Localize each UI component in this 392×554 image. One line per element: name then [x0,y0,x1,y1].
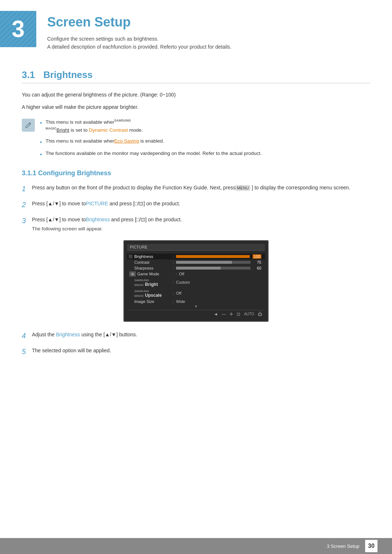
monitor-inner: PICTURE ⬛ Brightness : 100 Contrast : [123,240,269,322]
note-line-2: • This menu is not available wherEco Sav… [40,137,370,147]
note-icon-inner [22,119,35,132]
footer-section-text: 3 Screen Setup [327,543,359,549]
steps-list: 1 Press any button on the front of the p… [22,184,370,233]
bullet-3: • [40,150,42,159]
note-line-3: • The functions available on the monitor… [40,149,370,159]
monitor-footer: ◄ — ✛ ⊡ AUTO ⏻ [127,310,265,318]
step-3-subtext: The following screen will appear. [32,225,370,233]
step-number-4: 4 [22,330,32,341]
step-number-3: 3 [22,215,32,226]
step-1: 1 Press any button on the front of the p… [22,184,370,194]
menu-label-image-size: Image Size [134,299,171,304]
bright-link: Bright [57,127,69,133]
menu-label-magic-bright: SAMSUNGMAGIC Bright [134,278,171,287]
menu-label-sharpness: Sharpness [134,266,171,270]
menu-label-magic-upscale: SAMSUNGMAGIC Upscale [134,288,171,298]
magic-bright-value: Custom [176,280,190,284]
menu-row-magic-upscale: SAMSUNGMAGIC Upscale : Off [127,288,265,299]
menu-row-game-mode: ▦ Game Mode : Off [127,271,265,277]
menu-row-more: ▼ [127,304,265,308]
chapter-block: 3 [0,11,36,47]
header-text: Screen Setup Configure the screen settin… [36,11,231,51]
subsection-number: 3.1.1 [22,169,38,177]
menu-row-sharpness: Sharpness : 60 [127,265,265,271]
dynamic-contrast-link: Dynamic Contrast [89,127,128,133]
footer-icon-auto: AUTO [244,312,254,316]
footer-page-number: 30 [365,540,377,552]
sharpness-value: 60 [253,266,261,270]
page-header: 3 Screen Setup Configure the screen sett… [0,0,392,58]
step-text-2: Press [▲/▼] to move toPICTURE and press … [32,200,370,208]
footer-icon-plus: ✛ [229,312,233,317]
brightness-bar [176,255,250,258]
note-text-1: This menu is not available wherSAMSUNGMA… [46,118,143,134]
step-2: 2 Press [▲/▼] to move toPICTURE and pres… [22,200,370,210]
menu-label-brightness: Brightness [134,254,171,259]
menu-label-game-mode: Game Mode [137,272,173,276]
note-text-3: The functions available on the monitor m… [46,149,262,157]
header-desc1: Configure the screen settings such as br… [47,35,231,43]
sharpness-bar [176,267,250,270]
brightness-value: 100 [253,254,261,259]
section-3-1-heading: 3.1 Brightness [22,69,370,83]
header-desc2: A detailed description of eachfunction i… [47,43,231,51]
note-icon [22,119,35,132]
section-desc2: A higher value will make the picture app… [22,103,370,112]
note-lines: • This menu is not available wherSAMSUNG… [40,118,370,159]
page-title: Screen Setup [47,15,231,30]
brightness-link-step3: Brightness [86,217,110,222]
footer-icon-left: ◄ [214,312,218,317]
eco-saving-link: Eco Saving [114,138,139,144]
monitor-menu: ⬛ Brightness : 100 Contrast : 75 [127,252,265,310]
step-5: 5 The selected option will be applied. [22,346,370,357]
note-line-1: • This menu is not available wherSAMSUNG… [40,118,370,134]
more-arrow: ▼ [194,304,198,308]
sharpness-fill [176,267,221,270]
section-title: Brightness [43,69,93,80]
subsection-title: Configuring Brightness [38,169,111,177]
game-mode-value: Off [179,272,184,276]
menu-key: MENU [236,185,250,190]
brightness-link-step4: Brightness [56,332,80,337]
note-text-2: This menu is not available wherEco Savin… [46,137,164,145]
subsection-3-1-1-heading: 3.1.1 Configuring Brightness [22,169,370,177]
footer-icon-minus: — [221,312,226,317]
bullet-2: • [40,138,42,147]
step-number-5: 5 [22,346,32,357]
main-content: 3.1 Brightness You can adjust the genera… [0,69,392,357]
brightness-fill [176,255,250,258]
step-text-1: Press any button on the front of the pro… [32,184,370,192]
menu-label-contrast: Contrast [134,260,171,264]
step-number-2: 2 [22,199,32,210]
menu-row-magic-bright: SAMSUNGMAGIC Bright : Custom [127,277,265,288]
step-4: 4 Adjust the Brightness using the [▲/▼] … [22,331,370,341]
picture-link: PICTURE [86,201,108,206]
monitor-screenshot: PICTURE ⬛ Brightness : 100 Contrast : [123,240,269,322]
pencil-icon [25,122,32,129]
step-text-4: Adjust the Brightness using the [▲/▼] bu… [32,331,370,338]
step-number-1: 1 [22,183,32,194]
image-size-value: Wide [176,299,185,304]
note-box: • This menu is not available wherSAMSUNG… [22,118,370,159]
section-desc1: You can adjust the general brightness of… [22,91,370,99]
chapter-number: 3 [12,16,25,42]
monitor-header: PICTURE [127,244,265,251]
step-text-5: The selected option will be applied. [32,346,370,354]
gamemode-icon: ▦ [129,271,136,276]
page-footer: 3 Screen Setup 30 [0,538,392,554]
contrast-bar [176,261,250,264]
section-number: 3.1 [22,69,35,80]
menu-row-image-size: Image Size : Wide [127,299,265,304]
menu-row-brightness: ⬛ Brightness : 100 [127,254,265,259]
contrast-fill [176,261,232,264]
bullet-1: • [40,118,42,128]
footer-icon-enter: ⊡ [237,312,240,317]
magic-upscale-value: Off [176,291,181,295]
step-text-3: Press [▲/▼] to move toBrightness and pre… [32,216,370,233]
menu-row-contrast: Contrast : 75 [127,259,265,265]
footer-icon-power: ⏻ [258,312,262,317]
step-3: 3 Press [▲/▼] to move toBrightness and p… [22,216,370,233]
contrast-value: 75 [253,260,261,264]
